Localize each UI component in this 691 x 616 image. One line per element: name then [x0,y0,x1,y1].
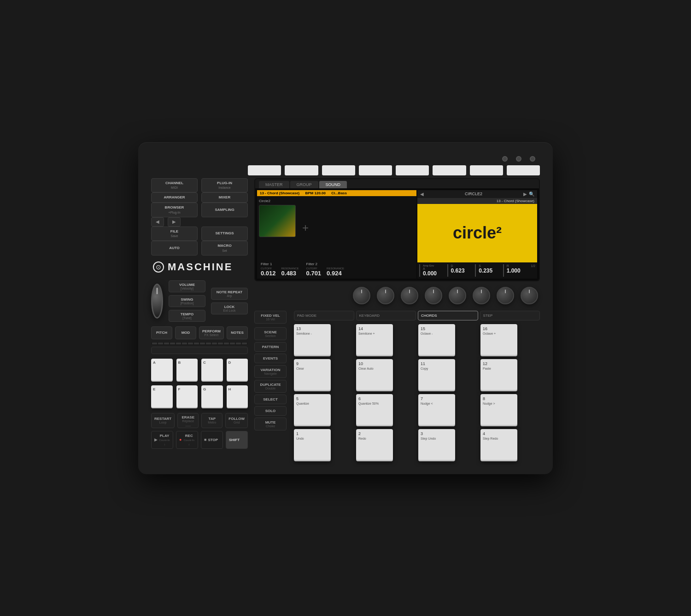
step-button[interactable]: STEP [480,311,540,320]
brand-logo: ⊙ [153,262,164,273]
tab-group[interactable]: GROUP [290,181,318,188]
duplicate-button[interactable]: DUPLICATE Double [254,380,287,393]
touch-strip[interactable] [151,347,248,354]
pad-e[interactable]: E [151,385,173,408]
file-button[interactable]: FILE Save [151,227,198,241]
pad-a[interactable]: A [151,359,173,382]
pad-5[interactable]: 5 Quantize [294,394,331,426]
sampling-button[interactable]: SAMPLING [201,203,248,217]
pad-14[interactable]: 14 Semitone + [356,324,393,356]
fixed-vel-button[interactable]: FIXED VEL 16 Vel [254,311,287,324]
arranger-button[interactable]: ARRANGER [151,192,198,203]
tab-master[interactable]: MASTER [259,181,289,188]
settings-button[interactable]: SETTINGS [201,227,248,241]
preset-add-button[interactable]: + [298,198,313,258]
select-button[interactable]: SELECT [254,395,287,404]
screen-top-btn-8[interactable] [507,165,540,175]
nav-left-button[interactable]: ◀ [151,217,164,227]
screen-nav-left[interactable]: ◀ [420,192,424,197]
screen-top-btn-5[interactable] [396,165,429,175]
pattern-button[interactable]: PATTERN [254,342,287,352]
pad-8[interactable]: 8 Nudge > [480,394,517,426]
screen-top-btn-4[interactable] [359,165,392,175]
tap-button[interactable]: TAP Metro [201,413,223,428]
pad-3[interactable]: 3 Step Undo [418,429,455,461]
swing-button[interactable]: SWING [Position] [169,295,205,307]
top-knob-2[interactable] [516,156,521,162]
pad-12[interactable]: 12 Paste [480,359,517,391]
knob-8[interactable] [521,287,538,304]
knob-4[interactable] [425,287,442,304]
knob-5[interactable] [449,287,466,304]
perform-button[interactable]: PERFORM FX Select [199,326,224,339]
plugin-button[interactable]: PLUG-IN Instance [201,178,248,192]
auto-button[interactable]: AUTO [151,241,198,255]
pad-10[interactable]: 10 Clear Auto [356,359,393,391]
knob-6[interactable] [473,287,490,304]
screen-top-btn-3[interactable] [322,165,355,175]
stop-button[interactable]: ■ STOP [201,431,223,449]
restart-button[interactable]: RESTART Loop [151,413,175,428]
screen-nav-right[interactable]: ▶ [523,192,527,197]
pad-c[interactable]: C [201,359,223,382]
nav-right-button[interactable]: ▶ [168,217,181,227]
tab-sound[interactable]: SOUND [319,181,347,188]
screen-top-btn-7[interactable] [470,165,503,175]
pad-2[interactable]: 2 Redo [356,429,393,461]
pad-b[interactable]: B [176,359,198,382]
pad-1[interactable]: 1 Undo [294,429,331,461]
mod-button[interactable]: MOD [175,326,196,339]
pad-11[interactable]: 11 Copy [418,359,455,391]
pad-f[interactable]: F [176,385,198,408]
pitch-button[interactable]: PITCH [151,326,172,339]
knob-7[interactable] [497,287,514,304]
pad-15[interactable]: 15 Octave - [418,324,455,356]
top-knob-3[interactable] [530,156,535,162]
maschine-device: CHANNEL MIDI PLUG-IN Instance ARRANGER M… [138,142,553,474]
pad-13[interactable]: 13 Semitone - [294,324,331,356]
top-knob-1[interactable] [502,156,508,162]
pad-16[interactable]: 16 Octave + [480,324,517,356]
lock-button[interactable]: LOCK Ext Lock [211,302,248,314]
mixer-button[interactable]: MIXER [201,192,248,203]
pad-4[interactable]: 4 Step Redo [480,429,517,461]
scene-section-button[interactable]: SCENE Section [254,327,287,340]
solo-button[interactable]: SOLO [254,406,287,416]
events-button[interactable]: EVENTS [254,354,287,363]
channel-button[interactable]: CHANNEL MIDI [151,178,198,192]
rec-button[interactable]: ● REC Count-In ♩ [176,431,198,449]
play-button[interactable]: ▶ PLAY Count-In ♩ [151,431,173,449]
erase-button[interactable]: ERASE Replace ___ [177,413,199,428]
follow-button[interactable]: FOLLOW Grid [225,413,248,428]
pad-6[interactable]: 6 Quantize 50% [356,394,393,426]
screen-right: ◀ CIRCLE2 ▶ 🔍 13 - Chord (Showcase) circ… [417,190,537,279]
tempo-button[interactable]: TEMPO [Tune] [169,310,205,322]
shift-button[interactable]: SHIFT [226,431,248,449]
volume-button[interactable]: VOLUME [Velocity] [169,280,205,292]
notes-button[interactable]: NOTES [227,326,248,339]
search-icon[interactable]: 🔍 [529,192,534,197]
led-14 [230,343,235,344]
screen-top-btn-2[interactable] [285,165,318,175]
screen-top-btn-1[interactable] [248,165,281,175]
pad-mode-button[interactable]: PAD MODE [294,311,354,320]
pad-g[interactable]: G [201,385,223,408]
screen-top-btn-6[interactable] [433,165,466,175]
led-4 [170,343,175,344]
mute-button[interactable]: MUTE Choke [254,418,287,430]
pad-9[interactable]: 9 Clear [294,359,331,391]
browser-button[interactable]: BROWSER +Plug-In [151,203,198,217]
big-knob[interactable] [151,284,163,319]
knob-1[interactable] [353,287,370,304]
keyboard-button[interactable]: KEYBOARD [356,311,416,320]
pad-d[interactable]: D [227,359,248,382]
brand-name: MASCHINE [168,261,233,273]
pad-7[interactable]: 7 Nudge < [418,394,455,426]
pad-h[interactable]: H [227,385,248,408]
knob-2[interactable] [377,287,394,304]
knob-3[interactable] [401,287,418,304]
chords-button[interactable]: CHORDS [418,311,478,320]
macro-button[interactable]: MACRO Set [201,241,248,255]
variation-button[interactable]: VARIATION Navigate [254,365,287,378]
note-repeat-button[interactable]: NOTE REPEAT Arp [211,288,248,300]
